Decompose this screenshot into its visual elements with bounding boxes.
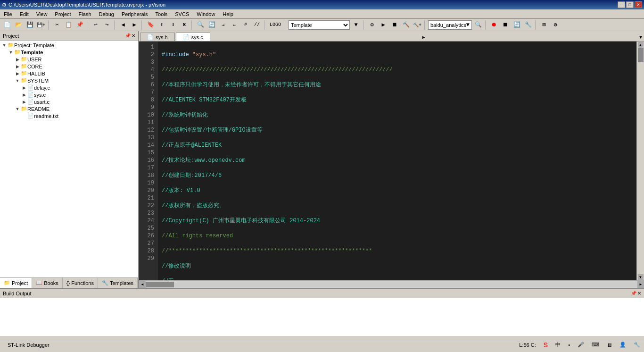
dbg-run-btn[interactable]: ⏺ — [489, 20, 499, 30]
expand-delay[interactable]: ▶ — [21, 85, 27, 90]
status-icon-lang[interactable]: 中 — [555, 341, 561, 348]
tree-item-template-group[interactable]: ▼ 📁 Template — [1, 49, 137, 56]
bookmark-next-btn[interactable]: ⬇ — [168, 20, 178, 30]
stop-btn[interactable]: ⏹ — [389, 20, 400, 30]
bookmark-btn[interactable]: 🔖 — [145, 20, 156, 30]
tree-item-core[interactable]: ▶ 📁 CORE — [1, 63, 137, 70]
build-btn[interactable]: 🔨 — [401, 20, 411, 30]
vertical-scrollbar[interactable]: ▲ ▼ — [636, 42, 644, 280]
comment-btn[interactable]: // — [252, 20, 262, 30]
expand-system[interactable]: ▼ — [14, 78, 21, 83]
hscroll-track[interactable] — [146, 282, 637, 287]
bookmark-clear-btn[interactable]: ✖ — [179, 20, 190, 30]
tab-books[interactable]: 📖 Books — [32, 278, 63, 288]
rebuild-btn[interactable]: 🔨+ — [412, 20, 422, 30]
expand-core[interactable]: ▶ — [14, 64, 21, 69]
search-dropdown-icon[interactable]: ▼ — [466, 22, 470, 28]
code-content[interactable]: #include "sys.h" ///////////////////////… — [158, 42, 636, 280]
replace-btn[interactable]: 🔄 — [206, 20, 217, 30]
minimize-button[interactable]: ─ — [618, 1, 625, 8]
indent-btn[interactable]: ⇥ — [218, 20, 228, 30]
editor-tab-sysh[interactable]: 📄 sys.h — [140, 33, 175, 41]
status-icon-gear[interactable]: 🔧 — [634, 342, 640, 348]
logo-btn[interactable]: LOGO — [268, 20, 283, 30]
panel-controls[interactable]: 📌 ✕ — [125, 33, 135, 38]
expand-readme[interactable]: ▼ — [14, 107, 21, 111]
dbg-reset-btn[interactable]: 🔄 — [512, 20, 522, 30]
scroll-track[interactable] — [637, 48, 644, 274]
tree-item-delay[interactable]: ▶ 📄 delay.c — [1, 84, 137, 91]
menu-edit[interactable]: Edit — [16, 10, 33, 18]
save-all-btn[interactable]: 💾+ — [36, 20, 46, 30]
settings-btn[interactable]: ⚙ — [550, 20, 561, 30]
unindent-btn[interactable]: ⇤ — [229, 20, 239, 30]
open-btn[interactable]: 📂 — [13, 20, 24, 30]
scroll-down-btn[interactable]: ▼ — [638, 274, 644, 280]
tree-root-project[interactable]: ▼ 📁 Project: Template — [1, 42, 137, 49]
expand-sysc[interactable]: ▶ — [21, 92, 27, 97]
tab-templates[interactable]: 🔧 Templates — [98, 278, 138, 288]
window-btn[interactable]: ⊞ — [539, 20, 549, 30]
scroll-up-btn[interactable]: ▲ — [638, 42, 644, 48]
panel-pin-btn[interactable]: 📌 — [125, 33, 131, 38]
tree-item-user[interactable]: ▶ 📁 USER — [1, 56, 137, 63]
redo-btn[interactable]: ↪ — [102, 20, 112, 30]
options-btn[interactable]: ⚙ — [367, 20, 377, 30]
expand-root[interactable]: ▼ — [1, 43, 8, 48]
hscroll-right-btn[interactable]: ▶ — [637, 281, 644, 288]
panel-close-btn[interactable]: ✕ — [132, 33, 135, 38]
tree-item-readme-folder[interactable]: ▼ 📁 README — [1, 105, 137, 112]
tab-scroll-right[interactable]: ▶ — [421, 34, 427, 41]
bookmark-prev-btn[interactable]: ⬆ — [157, 20, 167, 30]
format-btn[interactable]: # — [240, 20, 251, 30]
build-close-btn[interactable]: ✕ — [637, 291, 641, 296]
dbg-stop-btn[interactable]: ⏹ — [500, 20, 511, 30]
target-settings-btn[interactable]: ▼ — [351, 20, 361, 30]
menu-view[interactable]: View — [33, 10, 51, 18]
status-icon-monitor[interactable]: 🖥 — [607, 342, 612, 348]
expand-template[interactable]: ▼ — [8, 50, 14, 55]
tab-functions[interactable]: {} Functions — [63, 278, 98, 288]
expand-user[interactable]: ▶ — [14, 57, 21, 62]
tree-item-hallib[interactable]: ▶ 📁 HALLIB — [1, 70, 137, 77]
undo-btn[interactable]: ↩ — [91, 20, 101, 30]
dbg-options-btn[interactable]: 🔧 — [523, 20, 533, 30]
menu-file[interactable]: File — [0, 10, 16, 18]
horizontal-scrollbar[interactable]: ◀ ▶ — [139, 280, 644, 288]
nav-fwd-btn[interactable]: ▶ — [129, 20, 140, 30]
maximize-button[interactable]: □ — [626, 1, 634, 8]
build-header-controls[interactable]: 📌 ✕ — [631, 291, 641, 296]
menu-svcs[interactable]: SVCS — [171, 10, 193, 18]
menu-window[interactable]: Window — [193, 10, 219, 18]
menu-debug[interactable]: Debug — [95, 10, 118, 18]
code-area[interactable]: 12345 678910 1112131415 1617181920 21222… — [139, 42, 644, 280]
cut-btn[interactable]: ✂ — [52, 20, 62, 30]
paste-btn[interactable]: 📌 — [74, 20, 85, 30]
tree-item-sysc[interactable]: ▶ 📄 sys.c — [1, 91, 137, 98]
hscroll-thumb[interactable] — [146, 282, 174, 287]
tree-item-usart[interactable]: ▶ 📄 usart.c — [1, 98, 137, 105]
save-btn[interactable]: 💾 — [25, 20, 35, 30]
nav-back-btn[interactable]: ◀ — [118, 20, 128, 30]
editor-tab-sysc[interactable]: 📄 sys.c — [176, 33, 210, 41]
close-button[interactable]: ✕ — [635, 1, 642, 8]
search-btn[interactable]: 🔍 — [473, 20, 483, 30]
menu-project[interactable]: Project — [51, 10, 74, 18]
build-pin-btn[interactable]: 📌 — [631, 291, 636, 296]
scroll-thumb[interactable] — [638, 48, 644, 62]
status-icon-kbd[interactable]: ⌨ — [592, 342, 599, 348]
new-file-btn[interactable]: 📄 — [2, 20, 12, 30]
copy-btn[interactable]: 📋 — [63, 20, 74, 30]
status-icon-user[interactable]: 👤 — [619, 342, 626, 348]
run-btn[interactable]: ▶ — [378, 20, 388, 30]
tree-item-readme-txt[interactable]: ▶ 📄 readme.txt — [1, 112, 137, 119]
tree-item-system[interactable]: ▼ 📁 SYSTEM — [1, 77, 137, 84]
target-dropdown[interactable]: Template — [289, 20, 350, 30]
expand-hallib[interactable]: ▶ — [14, 71, 21, 76]
hscroll-left-btn[interactable]: ◀ — [139, 281, 146, 288]
menu-tools[interactable]: Tools — [152, 10, 172, 18]
menu-flash[interactable]: Flash — [75, 10, 95, 18]
status-icon-mic[interactable]: 🎤 — [578, 342, 584, 348]
expand-usart[interactable]: ▶ — [21, 100, 27, 104]
tab-dropdown-btn[interactable]: ▼ — [637, 34, 644, 41]
